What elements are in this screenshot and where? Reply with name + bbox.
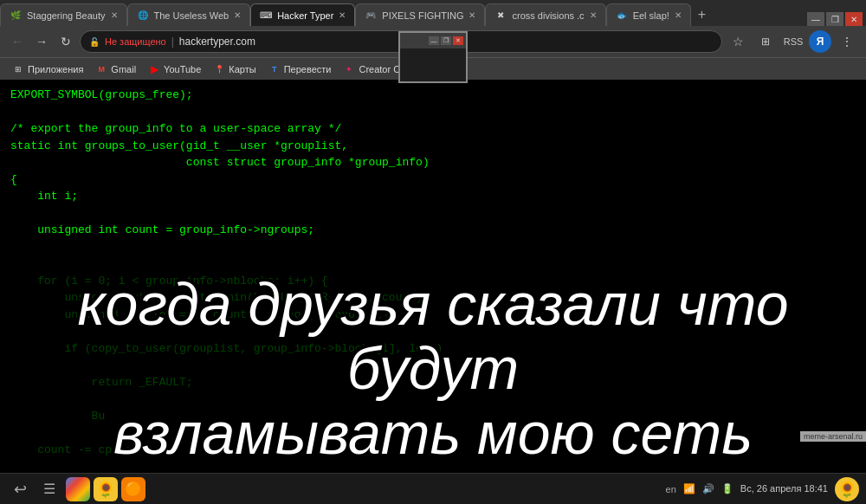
tab-pixels-fighting[interactable]: 🎮 PIXELS FIGHTING ✕ [355,3,485,26]
profile-button[interactable]: Я [809,30,831,53]
menu-button[interactable]: ⋮ [835,29,859,54]
youtube-icon: ▶ [148,63,160,75]
taskbar-right: en 📶 🔊 🔋 Вс, 26 апреля 18:41 🌻 [666,477,859,501]
tab-staggering-beauty[interactable]: 🌿 Staggering Beauty ✕ [0,3,127,26]
tab-label-3: Hacker Typer [277,10,333,21]
close-button[interactable]: ✕ [845,12,863,26]
taskbar-back-button[interactable]: ↩ [7,476,33,502]
taskbar-chrome-icon[interactable] [66,477,90,501]
bookmark-maps[interactable]: 📍 Карты [208,61,261,77]
restore-button[interactable]: ❐ [826,12,843,26]
new-tab-button[interactable]: + [691,3,713,26]
bookmark-gmail-label: Gmail [111,64,136,74]
tab-eel-slap[interactable]: 🐟 Eel slap! ✕ [606,3,691,26]
apps-icon: ⊞ [12,63,24,75]
tab-favicon-3: ⌨ [260,10,272,22]
address-url: hackertyper.com [179,36,255,48]
taskbar-orange-icon[interactable]: 🟠 [121,477,145,501]
address-separator: | [171,36,174,48]
taskbar-volume-icon: 🔊 [702,483,714,494]
tab-close-5[interactable]: ✕ [590,10,597,20]
bookmark-youtube[interactable]: ▶ YouTube [143,61,206,77]
taskbar-left: ↩ ☰ 🌻 🟠 [7,476,145,502]
floating-minimize[interactable]: — [429,36,439,45]
secure-label: Не защищено [105,36,166,47]
bookmark-maps-label: Карты [229,64,255,74]
back-button[interactable]: ← [7,31,28,52]
tab-close-6[interactable]: ✕ [675,10,682,20]
tab-useless-web[interactable]: 🌐 The Useless Web ✕ [127,3,251,26]
floating-restore[interactable]: ❐ [441,36,451,45]
creator-icon: ✦ [343,63,355,75]
tab-favicon-2: 🌐 [137,10,149,22]
nav-right: ☆ ⊞ RSS Я ⋮ [726,29,859,54]
bookmark-youtube-label: YouTube [164,64,201,74]
taskbar-sunflower-icon[interactable]: 🌻 [94,477,118,501]
meme-line1: когда друзья сказали что будут [7,272,859,402]
tab-close-1[interactable]: ✕ [111,10,118,20]
taskbar-clock: Вс, 26 апреля 18:41 [740,482,828,494]
maps-icon: 📍 [213,63,225,75]
bookmark-translate[interactable]: T Перевести [263,61,337,77]
taskbar-sunflower-btn[interactable]: 🌻 [835,477,859,501]
floating-controls-box: — ❐ ✕ [398,31,468,83]
tab-cross-divisions[interactable]: ✖ cross divisions .c ✕ [485,3,605,26]
forward-button[interactable]: → [31,31,52,52]
bookmark-gmail[interactable]: M Gmail [90,61,141,77]
tab-close-3[interactable]: ✕ [339,10,346,20]
tab-favicon-4: 🎮 [365,10,377,22]
tab-label-6: Eel slap! [633,10,669,21]
tab-label-1: Staggering Beauty [27,10,106,21]
tab-favicon-1: 🌿 [10,10,22,22]
tab-close-4[interactable]: ✕ [469,10,475,20]
taskbar-datetime: Вс, 26 апреля 18:41 [740,483,828,494]
bookmark-apps[interactable]: ⊞ Приложения [7,61,88,77]
taskbar-wifi-icon: 📶 [683,483,695,494]
main-content: EXPORT_SYMBOL(groups_free); /* export th… [0,80,866,473]
bookmark-translate-label: Перевести [284,64,332,74]
meme-line2: взламывать мою сеть [7,401,859,466]
rss-button[interactable]: RSS [781,29,805,54]
tab-hacker-typer[interactable]: ⌨ Hacker Typer ✕ [250,3,355,26]
floating-box-titlebar: — ❐ ✕ [400,33,466,48]
watermark: meme-arsenal.ru [800,431,866,442]
taskbar-lang: en [666,484,676,494]
tab-label-5: cross divisions .c [512,10,584,21]
translate-icon: T [268,63,281,75]
tab-favicon-5: ✖ [494,10,507,22]
bookmark-apps-label: Приложения [28,64,83,74]
extensions-button[interactable]: ⊞ [753,29,778,54]
security-icon: 🔓 [89,37,100,47]
tab-label-4: PIXELS FIGHTING [382,10,463,21]
tab-close-2[interactable]: ✕ [234,10,241,20]
minimize-button[interactable]: — [807,12,824,26]
floating-close[interactable]: ✕ [453,36,463,45]
tab-label-2: The Useless Web [154,10,229,21]
tab-favicon-6: 🐟 [616,10,628,22]
reload-button[interactable]: ↻ [55,31,76,52]
bookmark-star-button[interactable]: ☆ [726,29,750,54]
gmail-icon: M [95,63,107,75]
taskbar-battery-icon: 🔋 [721,483,734,494]
tab-bar: 🌿 Staggering Beauty ✕ 🌐 The Useless Web … [0,0,866,26]
taskbar-forward-button[interactable]: ☰ [36,476,62,502]
taskbar: ↩ ☰ 🌻 🟠 en 📶 🔊 🔋 Вс, 26 апреля 18:41 🌻 [0,473,866,504]
meme-overlay: когда друзья сказали что будут взламыват… [0,263,866,473]
